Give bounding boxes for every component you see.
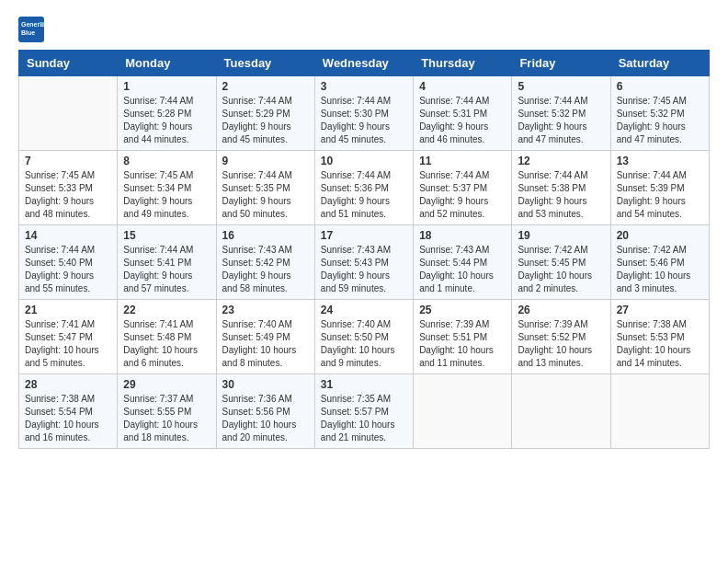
cell-info: Sunrise: 7:43 AMSunset: 5:44 PMDaylight:… — [419, 245, 494, 293]
day-number: 16 — [222, 229, 309, 242]
day-number: 30 — [222, 378, 309, 391]
calendar-cell: 18 Sunrise: 7:43 AMSunset: 5:44 PMDaylig… — [414, 225, 512, 300]
header-day-wednesday: Wednesday — [314, 51, 413, 76]
cell-info: Sunrise: 7:44 AMSunset: 5:35 PMDaylight:… — [222, 170, 292, 219]
calendar-cell: 21 Sunrise: 7:41 AMSunset: 5:47 PMDaylig… — [19, 300, 118, 374]
day-number: 7 — [25, 155, 111, 167]
day-number: 23 — [222, 304, 309, 316]
calendar-cell: 17 Sunrise: 7:43 AMSunset: 5:43 PMDaylig… — [314, 225, 413, 300]
calendar-cell: 24 Sunrise: 7:40 AMSunset: 5:50 PMDaylig… — [314, 300, 413, 374]
day-number: 10 — [321, 155, 407, 167]
cell-info: Sunrise: 7:40 AMSunset: 5:50 PMDaylight:… — [321, 319, 395, 368]
calendar-cell — [414, 374, 512, 449]
day-number: 22 — [123, 304, 210, 316]
cell-info: Sunrise: 7:39 AMSunset: 5:51 PMDaylight:… — [419, 319, 494, 368]
calendar-cell: 23 Sunrise: 7:40 AMSunset: 5:49 PMDaylig… — [216, 300, 314, 374]
cell-info: Sunrise: 7:43 AMSunset: 5:42 PMDaylight:… — [222, 245, 292, 293]
cell-info: Sunrise: 7:38 AMSunset: 5:54 PMDaylight:… — [25, 394, 99, 442]
calendar-cell: 15 Sunrise: 7:44 AMSunset: 5:41 PMDaylig… — [118, 225, 216, 300]
cell-info: Sunrise: 7:39 AMSunset: 5:52 PMDaylight:… — [518, 319, 592, 368]
cell-info: Sunrise: 7:44 AMSunset: 5:40 PMDaylight:… — [25, 245, 95, 293]
header-day-saturday: Saturday — [610, 51, 709, 76]
page: General Blue SundayMondayTuesdayWednesda… — [0, 0, 728, 563]
calendar-cell: 27 Sunrise: 7:38 AMSunset: 5:53 PMDaylig… — [610, 300, 709, 374]
header-day-sunday: Sunday — [19, 51, 118, 76]
calendar-cell: 29 Sunrise: 7:37 AMSunset: 5:55 PMDaylig… — [118, 374, 216, 449]
calendar-cell: 19 Sunrise: 7:42 AMSunset: 5:45 PMDaylig… — [512, 225, 610, 300]
header: General Blue — [18, 17, 710, 42]
cell-info: Sunrise: 7:42 AMSunset: 5:46 PMDaylight:… — [617, 245, 691, 293]
calendar-cell: 20 Sunrise: 7:42 AMSunset: 5:46 PMDaylig… — [610, 225, 709, 300]
cell-info: Sunrise: 7:41 AMSunset: 5:48 PMDaylight:… — [123, 319, 198, 368]
day-number: 24 — [321, 304, 407, 316]
calendar-cell: 1 Sunrise: 7:44 AMSunset: 5:28 PMDayligh… — [118, 76, 216, 151]
calendar-cell: 31 Sunrise: 7:35 AMSunset: 5:57 PMDaylig… — [314, 374, 413, 449]
cell-info: Sunrise: 7:44 AMSunset: 5:38 PMDaylight:… — [518, 170, 587, 219]
header-day-friday: Friday — [512, 51, 610, 76]
day-number: 12 — [518, 155, 604, 167]
day-number: 8 — [123, 155, 210, 167]
calendar-cell: 22 Sunrise: 7:41 AMSunset: 5:48 PMDaylig… — [118, 300, 216, 374]
cell-info: Sunrise: 7:42 AMSunset: 5:45 PMDaylight:… — [518, 245, 592, 293]
calendar-cell: 6 Sunrise: 7:45 AMSunset: 5:32 PMDayligh… — [610, 76, 709, 151]
day-number: 1 — [123, 80, 210, 93]
day-number: 26 — [518, 304, 604, 316]
calendar-cell: 12 Sunrise: 7:44 AMSunset: 5:38 PMDaylig… — [512, 151, 610, 225]
day-number: 25 — [419, 304, 506, 316]
calendar-cell: 11 Sunrise: 7:44 AMSunset: 5:37 PMDaylig… — [414, 151, 512, 225]
cell-info: Sunrise: 7:45 AMSunset: 5:33 PMDaylight:… — [25, 170, 95, 219]
cell-info: Sunrise: 7:45 AMSunset: 5:34 PMDaylight:… — [123, 170, 193, 219]
cell-info: Sunrise: 7:44 AMSunset: 5:28 PMDaylight:… — [123, 96, 193, 144]
day-number: 31 — [321, 378, 407, 391]
calendar-cell: 13 Sunrise: 7:44 AMSunset: 5:39 PMDaylig… — [610, 151, 709, 225]
calendar-cell: 7 Sunrise: 7:45 AMSunset: 5:33 PMDayligh… — [19, 151, 118, 225]
day-number: 5 — [518, 80, 604, 93]
week-row-0: 1 Sunrise: 7:44 AMSunset: 5:28 PMDayligh… — [19, 76, 710, 151]
calendar-cell — [610, 374, 709, 449]
cell-info: Sunrise: 7:37 AMSunset: 5:55 PMDaylight:… — [123, 394, 198, 442]
day-number: 18 — [419, 229, 506, 242]
calendar-cell — [512, 374, 610, 449]
calendar-cell: 10 Sunrise: 7:44 AMSunset: 5:36 PMDaylig… — [314, 151, 413, 225]
header-day-monday: Monday — [118, 51, 216, 76]
week-row-1: 7 Sunrise: 7:45 AMSunset: 5:33 PMDayligh… — [19, 151, 710, 225]
cell-info: Sunrise: 7:44 AMSunset: 5:31 PMDaylight:… — [419, 96, 489, 144]
cell-info: Sunrise: 7:44 AMSunset: 5:36 PMDaylight:… — [321, 170, 391, 219]
day-number: 20 — [617, 229, 703, 242]
cell-info: Sunrise: 7:36 AMSunset: 5:56 PMDaylight:… — [222, 394, 297, 442]
cell-info: Sunrise: 7:43 AMSunset: 5:43 PMDaylight:… — [321, 245, 391, 293]
day-number: 9 — [222, 155, 309, 167]
day-number: 3 — [321, 80, 407, 93]
day-number: 21 — [25, 304, 111, 316]
day-number: 2 — [222, 80, 309, 93]
cell-info: Sunrise: 7:44 AMSunset: 5:29 PMDaylight:… — [222, 96, 292, 144]
day-number: 6 — [617, 80, 703, 93]
day-number: 28 — [25, 378, 111, 391]
cell-info: Sunrise: 7:38 AMSunset: 5:53 PMDaylight:… — [617, 319, 691, 368]
cell-info: Sunrise: 7:44 AMSunset: 5:30 PMDaylight:… — [321, 96, 391, 144]
calendar-cell: 16 Sunrise: 7:43 AMSunset: 5:42 PMDaylig… — [216, 225, 314, 300]
logo-icon: General Blue — [18, 17, 44, 42]
calendar-cell: 28 Sunrise: 7:38 AMSunset: 5:54 PMDaylig… — [19, 374, 118, 449]
calendar-cell: 26 Sunrise: 7:39 AMSunset: 5:52 PMDaylig… — [512, 300, 610, 374]
logo: General Blue — [18, 17, 46, 42]
day-number: 11 — [419, 155, 506, 167]
header-day-thursday: Thursday — [414, 51, 512, 76]
calendar-cell — [19, 76, 118, 151]
cell-info: Sunrise: 7:45 AMSunset: 5:32 PMDaylight:… — [617, 96, 687, 144]
cell-info: Sunrise: 7:40 AMSunset: 5:49 PMDaylight:… — [222, 319, 297, 368]
calendar-cell: 3 Sunrise: 7:44 AMSunset: 5:30 PMDayligh… — [314, 76, 413, 151]
header-day-tuesday: Tuesday — [216, 51, 314, 76]
cell-info: Sunrise: 7:41 AMSunset: 5:47 PMDaylight:… — [25, 319, 99, 368]
calendar-cell: 14 Sunrise: 7:44 AMSunset: 5:40 PMDaylig… — [19, 225, 118, 300]
calendar-table: SundayMondayTuesdayWednesdayThursdayFrid… — [18, 50, 710, 449]
calendar-cell: 8 Sunrise: 7:45 AMSunset: 5:34 PMDayligh… — [118, 151, 216, 225]
cell-info: Sunrise: 7:44 AMSunset: 5:37 PMDaylight:… — [419, 170, 489, 219]
calendar-cell: 5 Sunrise: 7:44 AMSunset: 5:32 PMDayligh… — [512, 76, 610, 151]
week-row-4: 28 Sunrise: 7:38 AMSunset: 5:54 PMDaylig… — [19, 374, 710, 449]
cell-info: Sunrise: 7:35 AMSunset: 5:57 PMDaylight:… — [321, 394, 395, 442]
calendar-cell: 4 Sunrise: 7:44 AMSunset: 5:31 PMDayligh… — [414, 76, 512, 151]
calendar-cell: 30 Sunrise: 7:36 AMSunset: 5:56 PMDaylig… — [216, 374, 314, 449]
cell-info: Sunrise: 7:44 AMSunset: 5:39 PMDaylight:… — [617, 170, 687, 219]
week-row-3: 21 Sunrise: 7:41 AMSunset: 5:47 PMDaylig… — [19, 300, 710, 374]
